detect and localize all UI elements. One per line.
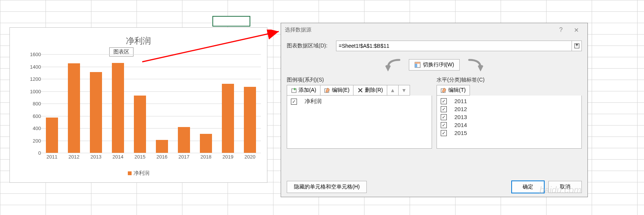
svg-rect-5 <box>415 62 420 64</box>
y-tick-label: 200 <box>26 138 41 143</box>
series-list[interactable]: ✓净利润 <box>287 96 432 149</box>
x-axis-labels: 2011201220132014201520162017201820192020 <box>41 154 267 162</box>
switch-icon <box>415 62 421 68</box>
y-tick-label: 1200 <box>26 76 41 82</box>
move-up-button[interactable]: ▲ <box>387 85 399 96</box>
y-tick-label: 600 <box>26 113 41 119</box>
collapse-dialog-button[interactable] <box>572 41 582 51</box>
list-item[interactable]: ✓2014 <box>437 121 581 129</box>
bar[interactable] <box>178 127 190 153</box>
checkbox[interactable]: ✓ <box>291 99 297 105</box>
close-button[interactable]: ✕ <box>569 25 584 35</box>
checkbox[interactable]: ✓ <box>441 130 447 136</box>
legend-label: 净利润 <box>134 170 149 176</box>
bar[interactable] <box>200 134 212 153</box>
y-tick-label: 0 <box>26 150 41 156</box>
plot-area[interactable]: 02004006008001000120014001600 <box>26 54 261 153</box>
edit-icon <box>441 87 447 93</box>
axis-labels-panel: 水平(分类)轴标签(C) 编辑(T) ✓2011✓2012✓2013✓2014✓… <box>437 77 582 149</box>
range-selector-icon <box>574 43 580 49</box>
x-tick-label: 2011 <box>41 154 63 160</box>
chart-container[interactable]: 净利润 图表区 02004006008001000120014001600 20… <box>9 27 267 183</box>
edit-axis-labels-button[interactable]: 编辑(T) <box>437 85 470 96</box>
checkbox[interactable]: ✓ <box>441 114 447 120</box>
x-tick-label: 2019 <box>217 154 239 160</box>
ok-button[interactable]: 确定 <box>511 180 545 193</box>
category-list[interactable]: ✓2011✓2012✓2013✓2014✓2015 <box>437 96 582 149</box>
x-tick-label: 2014 <box>107 154 129 160</box>
select-data-source-dialog: 选择数据源 ? ✕ 图表数据区域(D): <box>281 23 588 197</box>
bar[interactable] <box>156 140 168 153</box>
data-range-input[interactable] <box>336 41 572 51</box>
edit-series-button[interactable]: 编辑(E) <box>320 85 354 96</box>
curved-arrow-right-icon <box>465 58 484 71</box>
list-item[interactable]: ✓2011 <box>437 97 581 105</box>
bar[interactable] <box>134 96 146 153</box>
y-tick-label: 1600 <box>26 52 41 57</box>
remove-icon <box>357 87 363 93</box>
move-down-button[interactable]: ▼ <box>399 85 410 96</box>
chart-legend: 净利润 <box>10 170 267 177</box>
checkbox[interactable]: ✓ <box>441 98 447 104</box>
dialog-title: 选择数据源 <box>285 27 311 33</box>
y-tick-label: 400 <box>26 126 41 131</box>
legend-panel-title: 图例项(系列)(S) <box>287 77 432 83</box>
y-tick-label: 1000 <box>26 88 41 94</box>
axis-panel-title: 水平(分类)轴标签(C) <box>437 77 582 83</box>
x-tick-label: 2017 <box>173 154 195 160</box>
x-tick-label: 2020 <box>239 154 261 160</box>
bar[interactable] <box>90 72 102 153</box>
series-name: 净利润 <box>305 98 322 105</box>
category-name: 2014 <box>454 122 467 128</box>
category-name: 2012 <box>454 106 467 112</box>
cancel-button[interactable]: 取消 <box>548 181 582 193</box>
selected-cell[interactable] <box>212 16 250 27</box>
x-tick-label: 2018 <box>195 154 217 160</box>
list-item[interactable]: ✓2013 <box>437 113 581 121</box>
list-item[interactable]: ✓2012 <box>437 105 581 113</box>
data-range-label: 图表数据区域(D): <box>287 42 336 49</box>
dialog-titlebar[interactable]: 选择数据源 ? ✕ <box>281 23 587 37</box>
add-icon <box>291 87 297 93</box>
bars-area <box>41 54 261 153</box>
add-series-button[interactable]: 添加(A) <box>287 85 320 96</box>
y-tick-label: 800 <box>26 101 41 107</box>
legend-swatch <box>128 171 132 175</box>
bar[interactable] <box>244 87 256 153</box>
curved-arrow-left-icon <box>384 58 403 71</box>
bar[interactable] <box>46 118 58 153</box>
y-axis: 02004006008001000120014001600 <box>26 54 41 153</box>
help-button[interactable]: ? <box>553 25 569 35</box>
category-name: 2011 <box>454 98 467 104</box>
category-name: 2013 <box>454 114 467 120</box>
grid-line <box>41 153 261 153</box>
switch-row-column-button[interactable]: 切换行/列(W) <box>409 59 460 71</box>
edit-icon <box>324 87 330 93</box>
category-name: 2015 <box>454 130 467 136</box>
legend-entries-panel: 图例项(系列)(S) 添加(A) 编辑(E) <box>287 77 432 149</box>
bar[interactable] <box>68 63 80 153</box>
x-tick-label: 2016 <box>151 154 173 160</box>
x-tick-label: 2015 <box>129 154 151 160</box>
list-item[interactable]: ✓2015 <box>437 129 581 137</box>
bar[interactable] <box>222 84 234 153</box>
hidden-empty-cells-button[interactable]: 隐藏的单元格和空单元格(H) <box>287 181 367 193</box>
remove-series-button[interactable]: 删除(R) <box>353 85 387 96</box>
list-item[interactable]: ✓净利润 <box>287 97 432 106</box>
checkbox[interactable]: ✓ <box>441 106 447 112</box>
x-tick-label: 2012 <box>63 154 85 160</box>
x-tick-label: 2013 <box>85 154 107 160</box>
y-tick-label: 1400 <box>26 64 41 69</box>
checkbox[interactable]: ✓ <box>441 122 447 128</box>
chart-title: 净利润 <box>10 35 267 47</box>
bar[interactable] <box>112 63 124 153</box>
